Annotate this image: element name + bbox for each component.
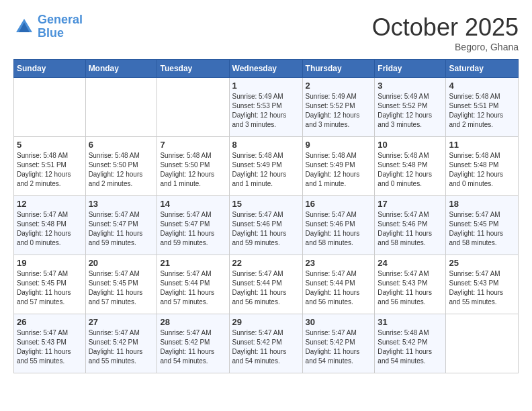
day-number: 28 — [160, 317, 226, 327]
day-info: Sunrise: 5:48 AM Sunset: 5:48 PM Dayligh… — [378, 151, 443, 189]
day-info: Sunrise: 5:47 AM Sunset: 5:47 PM Dayligh… — [160, 210, 226, 248]
calendar-cell — [157, 78, 229, 137]
day-info: Sunrise: 5:47 AM Sunset: 5:46 PM Dayligh… — [378, 210, 443, 248]
day-info: Sunrise: 5:47 AM Sunset: 5:42 PM Dayligh… — [160, 328, 226, 366]
day-info: Sunrise: 5:48 AM Sunset: 5:49 PM Dayligh… — [232, 151, 300, 189]
calendar-cell: 2Sunrise: 5:49 AM Sunset: 5:52 PM Daylig… — [302, 78, 375, 137]
page-header: General Blue October 2025 Begoro, Ghana — [13, 13, 519, 52]
calendar-cell: 1Sunrise: 5:49 AM Sunset: 5:53 PM Daylig… — [229, 78, 302, 137]
day-info: Sunrise: 5:47 AM Sunset: 5:43 PM Dayligh… — [17, 328, 83, 366]
calendar-cell: 22Sunrise: 5:47 AM Sunset: 5:44 PM Dayli… — [229, 255, 302, 314]
header-wednesday: Wednesday — [229, 60, 302, 78]
day-info: Sunrise: 5:47 AM Sunset: 5:44 PM Dayligh… — [306, 269, 372, 307]
calendar-cell: 11Sunrise: 5:48 AM Sunset: 5:48 PM Dayli… — [446, 137, 519, 196]
day-number: 15 — [232, 199, 300, 209]
calendar-cell: 18Sunrise: 5:47 AM Sunset: 5:45 PM Dayli… — [446, 196, 519, 255]
day-number: 11 — [449, 140, 515, 150]
header-friday: Friday — [375, 60, 446, 78]
calendar-cell: 12Sunrise: 5:47 AM Sunset: 5:48 PM Dayli… — [14, 196, 86, 255]
day-number: 14 — [160, 199, 226, 209]
day-info: Sunrise: 5:47 AM Sunset: 5:43 PM Dayligh… — [449, 269, 515, 307]
calendar-cell: 19Sunrise: 5:47 AM Sunset: 5:45 PM Dayli… — [14, 255, 86, 314]
day-number: 3 — [378, 81, 443, 91]
calendar-cell: 4Sunrise: 5:48 AM Sunset: 5:51 PM Daylig… — [446, 78, 519, 137]
day-number: 8 — [232, 140, 300, 150]
calendar-cell: 13Sunrise: 5:47 AM Sunset: 5:47 PM Dayli… — [85, 196, 157, 255]
calendar-cell: 25Sunrise: 5:47 AM Sunset: 5:43 PM Dayli… — [446, 255, 519, 314]
day-number: 13 — [89, 199, 154, 209]
day-number: 17 — [378, 199, 443, 209]
logo-line2: Blue — [38, 26, 64, 40]
header-saturday: Saturday — [446, 60, 519, 78]
calendar-cell: 10Sunrise: 5:48 AM Sunset: 5:48 PM Dayli… — [375, 137, 446, 196]
calendar-cell: 28Sunrise: 5:47 AM Sunset: 5:42 PM Dayli… — [157, 314, 229, 373]
day-number: 12 — [17, 199, 83, 209]
day-number: 25 — [449, 258, 515, 268]
week-row-3: 12Sunrise: 5:47 AM Sunset: 5:48 PM Dayli… — [14, 196, 519, 255]
day-number: 18 — [449, 199, 515, 209]
day-info: Sunrise: 5:47 AM Sunset: 5:47 PM Dayligh… — [89, 210, 154, 248]
logo: General Blue — [13, 13, 83, 40]
day-info: Sunrise: 5:47 AM Sunset: 5:42 PM Dayligh… — [232, 328, 300, 366]
header-tuesday: Tuesday — [157, 60, 229, 78]
week-row-5: 26Sunrise: 5:47 AM Sunset: 5:43 PM Dayli… — [14, 314, 519, 373]
title-block: October 2025 Begoro, Ghana — [372, 13, 519, 52]
location: Begoro, Ghana — [372, 42, 519, 52]
calendar-cell: 27Sunrise: 5:47 AM Sunset: 5:42 PM Dayli… — [85, 314, 157, 373]
day-info: Sunrise: 5:47 AM Sunset: 5:48 PM Dayligh… — [17, 210, 83, 248]
calendar-cell: 7Sunrise: 5:48 AM Sunset: 5:50 PM Daylig… — [157, 137, 229, 196]
day-number: 26 — [17, 317, 83, 327]
day-info: Sunrise: 5:49 AM Sunset: 5:53 PM Dayligh… — [232, 92, 300, 130]
day-info: Sunrise: 5:47 AM Sunset: 5:44 PM Dayligh… — [160, 269, 226, 307]
day-number: 27 — [89, 317, 154, 327]
day-info: Sunrise: 5:47 AM Sunset: 5:46 PM Dayligh… — [306, 210, 372, 248]
day-info: Sunrise: 5:47 AM Sunset: 5:43 PM Dayligh… — [378, 269, 443, 307]
day-number: 5 — [17, 140, 83, 150]
day-info: Sunrise: 5:48 AM Sunset: 5:51 PM Dayligh… — [449, 92, 515, 130]
day-info: Sunrise: 5:48 AM Sunset: 5:49 PM Dayligh… — [306, 151, 372, 189]
calendar-cell — [14, 78, 86, 137]
calendar-table: SundayMondayTuesdayWednesdayThursdayFrid… — [13, 59, 519, 373]
day-info: Sunrise: 5:47 AM Sunset: 5:44 PM Dayligh… — [232, 269, 300, 307]
calendar-cell — [446, 314, 519, 373]
calendar-cell: 26Sunrise: 5:47 AM Sunset: 5:43 PM Dayli… — [14, 314, 86, 373]
calendar-cell: 30Sunrise: 5:47 AM Sunset: 5:42 PM Dayli… — [302, 314, 375, 373]
day-info: Sunrise: 5:47 AM Sunset: 5:45 PM Dayligh… — [449, 210, 515, 248]
week-row-2: 5Sunrise: 5:48 AM Sunset: 5:51 PM Daylig… — [14, 137, 519, 196]
day-number: 24 — [378, 258, 443, 268]
logo-text: General Blue — [38, 13, 83, 40]
calendar-cell: 24Sunrise: 5:47 AM Sunset: 5:43 PM Dayli… — [375, 255, 446, 314]
day-number: 22 — [232, 258, 300, 268]
day-info: Sunrise: 5:49 AM Sunset: 5:52 PM Dayligh… — [306, 92, 372, 130]
day-number: 31 — [378, 317, 443, 327]
header-sunday: Sunday — [14, 60, 86, 78]
calendar-cell: 3Sunrise: 5:49 AM Sunset: 5:52 PM Daylig… — [375, 78, 446, 137]
calendar-cell: 16Sunrise: 5:47 AM Sunset: 5:46 PM Dayli… — [302, 196, 375, 255]
day-number: 10 — [378, 140, 443, 150]
calendar-cell: 9Sunrise: 5:48 AM Sunset: 5:49 PM Daylig… — [302, 137, 375, 196]
day-number: 1 — [232, 81, 300, 91]
day-number: 20 — [89, 258, 154, 268]
day-info: Sunrise: 5:49 AM Sunset: 5:52 PM Dayligh… — [378, 92, 443, 130]
day-number: 23 — [306, 258, 372, 268]
day-number: 21 — [160, 258, 226, 268]
day-number: 7 — [160, 140, 226, 150]
day-info: Sunrise: 5:47 AM Sunset: 5:45 PM Dayligh… — [17, 269, 83, 307]
day-number: 2 — [306, 81, 372, 91]
month-title: October 2025 — [372, 13, 519, 42]
day-info: Sunrise: 5:48 AM Sunset: 5:50 PM Dayligh… — [160, 151, 226, 189]
calendar-cell: 31Sunrise: 5:48 AM Sunset: 5:42 PM Dayli… — [375, 314, 446, 373]
calendar-cell: 15Sunrise: 5:47 AM Sunset: 5:46 PM Dayli… — [229, 196, 302, 255]
logo-line1: General — [38, 13, 83, 26]
day-info: Sunrise: 5:48 AM Sunset: 5:48 PM Dayligh… — [449, 151, 515, 189]
calendar-cell: 20Sunrise: 5:47 AM Sunset: 5:45 PM Dayli… — [85, 255, 157, 314]
header-monday: Monday — [85, 60, 157, 78]
day-info: Sunrise: 5:47 AM Sunset: 5:42 PM Dayligh… — [89, 328, 154, 366]
calendar-cell: 21Sunrise: 5:47 AM Sunset: 5:44 PM Dayli… — [157, 255, 229, 314]
calendar-header-row: SundayMondayTuesdayWednesdayThursdayFrid… — [14, 60, 519, 78]
calendar-cell: 29Sunrise: 5:47 AM Sunset: 5:42 PM Dayli… — [229, 314, 302, 373]
day-number: 9 — [306, 140, 372, 150]
day-info: Sunrise: 5:47 AM Sunset: 5:46 PM Dayligh… — [232, 210, 300, 248]
calendar-cell — [85, 78, 157, 137]
calendar-cell: 23Sunrise: 5:47 AM Sunset: 5:44 PM Dayli… — [302, 255, 375, 314]
